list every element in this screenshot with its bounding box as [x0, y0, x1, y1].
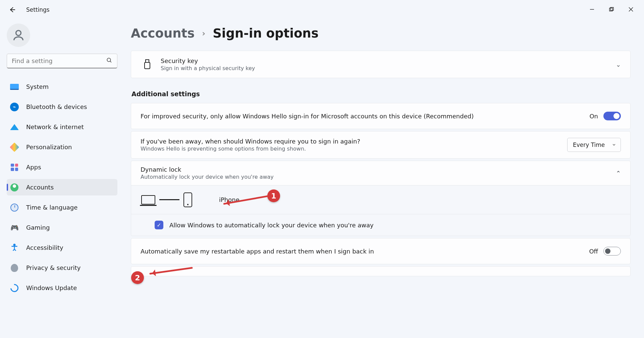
nav-update[interactable]: Windows Update — [7, 280, 117, 296]
accounts-icon — [10, 183, 19, 192]
window-controls — [582, 0, 641, 19]
usb-key-icon — [141, 59, 154, 69]
select-value: Every Time — [573, 142, 605, 148]
dynamic-lock-checkbox-row[interactable]: ✓ Allow Windows to automatically lock yo… — [131, 214, 630, 236]
row-title: For improved security, only allow Window… — [141, 113, 589, 120]
nav-label: Network & internet — [26, 123, 84, 130]
gamepad-icon: 🎮 — [10, 223, 19, 232]
chevron-down-icon: ⌄ — [616, 61, 621, 68]
nav-label: Windows Update — [26, 284, 77, 291]
svg-point-8 — [14, 244, 15, 245]
wifi-icon — [10, 123, 19, 131]
svg-rect-9 — [146, 60, 149, 62]
breadcrumb: Accounts › Sign-in options — [131, 26, 631, 41]
restart-apps-toggle[interactable] — [603, 247, 621, 256]
bluetooth-icon: ⌁ — [10, 103, 19, 111]
brush-icon — [10, 143, 19, 152]
dynamic-lock-expanded: iPhone ✓ Allow Windows to automatically … — [131, 185, 631, 236]
nav-apps[interactable]: Apps — [7, 159, 117, 175]
dynamic-lock-device-row: iPhone — [131, 185, 630, 214]
main-content: Accounts › Sign-in options Security key … — [124, 19, 644, 338]
person-icon — [12, 29, 25, 42]
apps-icon — [10, 163, 19, 172]
row-sub: Automatically lock your device when you'… — [141, 174, 616, 180]
nav-label: Personalization — [26, 144, 72, 151]
nav-bluetooth[interactable]: ⌁ Bluetooth & devices — [7, 99, 117, 115]
close-button[interactable] — [621, 0, 641, 19]
dynamic-lock-row[interactable]: Dynamic lock Automatically lock your dev… — [131, 161, 631, 185]
svg-rect-10 — [145, 62, 150, 69]
security-key-row[interactable]: Security key Sign in with a physical sec… — [131, 51, 631, 78]
nav-label: Privacy & security — [26, 264, 81, 271]
accessibility-icon — [10, 243, 19, 252]
row-title: If you've been away, when should Windows… — [141, 138, 567, 145]
signin-require-select[interactable]: Every Time — [567, 138, 621, 152]
nav-label: Apps — [26, 164, 41, 171]
svg-point-5 — [16, 31, 21, 36]
signin-require-row: If you've been away, when should Windows… — [131, 131, 631, 159]
dynamic-lock-checkbox[interactable]: ✓ — [155, 221, 163, 229]
shield-icon — [10, 264, 19, 272]
row-sub: Sign in with a physical security key — [161, 65, 616, 71]
annotation-marker-1: 1 — [267, 189, 280, 202]
nav-personalization[interactable]: Personalization — [7, 139, 117, 155]
annotation-label: 1 — [271, 192, 276, 200]
toggle-state: On — [589, 113, 598, 120]
nav-privacy[interactable]: Privacy & security — [7, 260, 117, 276]
system-icon — [10, 82, 19, 91]
row-title: Dynamic lock — [141, 166, 616, 173]
app-title: Settings — [26, 6, 50, 13]
user-avatar[interactable] — [7, 23, 30, 47]
minimize-button[interactable] — [582, 0, 602, 19]
nav-label: System — [26, 83, 49, 90]
nav-system[interactable]: System — [7, 78, 117, 95]
chevron-up-icon: ⌃ — [616, 170, 621, 177]
title-bar: Settings — [0, 0, 644, 19]
nav-label: Gaming — [26, 224, 50, 231]
nav-network[interactable]: Network & internet — [7, 119, 117, 135]
sidebar: System ⌁ Bluetooth & devices Network & i… — [0, 19, 124, 338]
close-icon — [629, 7, 633, 12]
nav-accessibility[interactable]: Accessibility — [7, 239, 117, 256]
minimize-icon — [590, 7, 594, 12]
update-icon — [10, 284, 19, 292]
checkbox-label: Allow Windows to automatically lock your… — [169, 222, 374, 229]
device-link-graphic — [141, 192, 192, 207]
svg-point-6 — [107, 58, 111, 62]
svg-line-7 — [110, 61, 111, 62]
toggle-state: Off — [589, 248, 598, 255]
annotation-marker-2: 2 — [131, 271, 144, 284]
breadcrumb-current: Sign-in options — [213, 26, 318, 41]
hello-only-toggle[interactable] — [603, 112, 621, 120]
next-row-partial[interactable] — [131, 266, 631, 276]
breadcrumb-parent[interactable]: Accounts — [131, 26, 195, 41]
search-icon — [106, 57, 112, 65]
maximize-icon — [609, 7, 614, 12]
nav-accounts[interactable]: Accounts — [7, 179, 117, 195]
clock-icon — [10, 203, 19, 212]
restart-apps-row[interactable]: Automatically save my restartable apps a… — [131, 238, 631, 264]
nav-time[interactable]: Time & language — [7, 199, 117, 216]
row-title: Automatically save my restartable apps a… — [141, 248, 589, 255]
nav-gaming[interactable]: 🎮 Gaming — [7, 219, 117, 236]
back-button[interactable] — [6, 3, 19, 16]
breadcrumb-separator: › — [202, 29, 205, 38]
laptop-icon — [141, 195, 155, 205]
hello-only-row[interactable]: For improved security, only allow Window… — [131, 103, 631, 129]
phone-icon — [183, 192, 192, 207]
section-header: Additional settings — [131, 90, 631, 98]
back-arrow-icon — [9, 6, 16, 13]
annotation-label: 2 — [135, 274, 140, 282]
search-box[interactable] — [7, 54, 117, 68]
row-sub: Windows Hello is preventing some options… — [141, 146, 567, 152]
maximize-button[interactable] — [602, 0, 621, 19]
search-input[interactable] — [12, 57, 106, 64]
nav-label: Accounts — [26, 184, 54, 191]
nav-label: Accessibility — [26, 244, 63, 251]
row-title: Security key — [161, 57, 616, 64]
nav-list: System ⌁ Bluetooth & devices Network & i… — [7, 78, 117, 296]
nav-label: Time & language — [26, 204, 77, 211]
link-line-icon — [159, 199, 179, 200]
nav-label: Bluetooth & devices — [26, 103, 87, 110]
